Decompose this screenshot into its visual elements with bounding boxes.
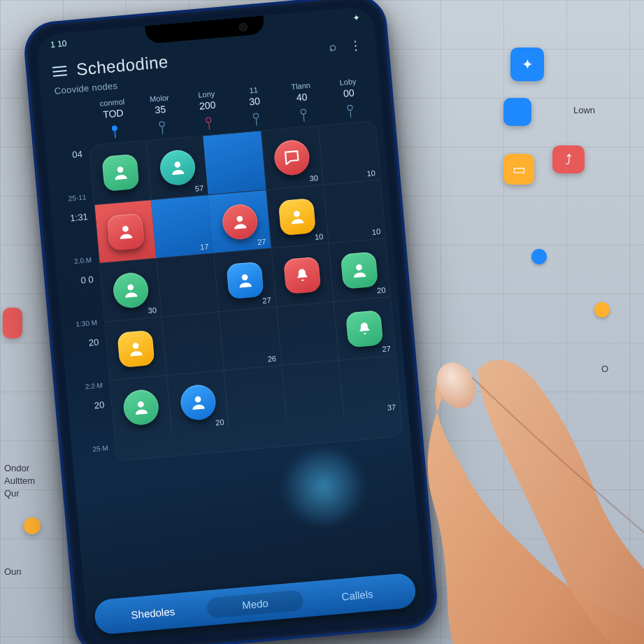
col-4[interactable]: Tlann40 — [279, 80, 324, 104]
col-3[interactable]: 1130 — [231, 84, 276, 108]
bg-dot-blue — [531, 249, 547, 264]
schedule-cell[interactable]: 10 — [323, 180, 385, 243]
person-icon[interactable] — [226, 261, 264, 299]
bg-chip-red-left — [3, 308, 22, 338]
cell-number: 27 — [382, 344, 391, 353]
cell-number: 30 — [148, 306, 157, 315]
cell-number: 20 — [215, 417, 224, 427]
paper-label-l2: Qur — [4, 488, 20, 499]
schedule-cell[interactable] — [203, 131, 266, 194]
pin-icon — [281, 106, 325, 124]
cell-number: 26 — [267, 355, 276, 364]
phone-frame: 1 10 ✦ Schedodine ⌕ ⋮ Coovide nodes conm… — [22, 0, 439, 644]
col-5[interactable]: Loby00 — [326, 76, 371, 100]
bg-chip-red: ⤴ — [552, 145, 585, 173]
person-icon[interactable] — [341, 251, 378, 289]
cell-number: 20 — [377, 286, 386, 295]
col-2[interactable]: Lony200 — [185, 88, 229, 113]
schedule-cell[interactable]: 20 — [328, 238, 390, 301]
more-vert-icon[interactable]: ⋮ — [349, 37, 363, 53]
paper-label-right: Lown — [573, 105, 595, 115]
schedule-cell[interactable]: 27 — [334, 297, 396, 360]
bell-icon[interactable] — [345, 310, 383, 348]
person-icon[interactable] — [122, 388, 159, 426]
schedule-cell[interactable]: 27 — [208, 190, 271, 253]
cell-number: 10 — [315, 232, 324, 241]
person-icon[interactable] — [117, 329, 155, 367]
hamburger-icon[interactable] — [52, 66, 67, 77]
schedule-cell[interactable]: 30 — [261, 126, 323, 189]
svg-line-7 — [256, 119, 257, 126]
touch-glow — [278, 445, 368, 529]
bg-dot-orange — [594, 302, 610, 317]
tab-schedules[interactable]: Shedoles — [103, 599, 202, 627]
pin-icon — [93, 123, 137, 141]
svg-line-11 — [350, 110, 351, 117]
pin-icon — [187, 115, 231, 132]
schedule-cell[interactable] — [224, 366, 286, 429]
schedule-cell[interactable] — [162, 312, 224, 375]
hour-label: 20 — [68, 399, 115, 447]
paper-label-right2: O — [601, 364, 608, 374]
svg-point-10 — [348, 105, 353, 110]
schedule-cell[interactable]: 30 — [100, 259, 162, 322]
schedule-cell[interactable]: 20 — [166, 371, 229, 434]
schedule-cell[interactable]: 37 — [338, 356, 401, 419]
person-icon[interactable] — [106, 213, 144, 250]
pin-icon — [329, 102, 373, 120]
schedule-cell[interactable] — [276, 302, 338, 365]
search-icon[interactable]: ⌕ — [329, 39, 338, 55]
paper-label-l0: Ondor — [4, 463, 29, 473]
bg-chip-blue-2 — [503, 98, 531, 126]
cell-number: 37 — [387, 403, 396, 412]
paper-label-l1: Aulttem — [4, 475, 35, 486]
bg-dot-orange-left — [24, 517, 41, 534]
schedule-cell[interactable] — [90, 141, 151, 205]
person-icon[interactable] — [221, 203, 259, 241]
cell-number: 10 — [371, 227, 380, 236]
person-icon[interactable] — [278, 198, 316, 236]
cell-number: 30 — [309, 173, 318, 183]
schedule-cell[interactable] — [110, 375, 171, 438]
svg-point-4 — [206, 117, 212, 123]
hour-label: 20 — [62, 336, 109, 385]
bell-icon[interactable] — [283, 256, 321, 294]
pin-icon — [140, 119, 184, 136]
phone-screen: 1 10 ✦ Schedodine ⌕ ⋮ Coovide nodes conm… — [36, 6, 426, 644]
schedule-cell[interactable]: 57 — [146, 136, 208, 199]
svg-point-2 — [159, 122, 164, 127]
person-icon[interactable] — [112, 271, 150, 309]
schedule-cell[interactable]: 17 — [151, 195, 213, 258]
col-0[interactable]: conmolTOD — [90, 96, 135, 121]
bg-chip-blue-1: ✦ — [510, 48, 544, 81]
chat-icon[interactable] — [273, 138, 311, 176]
status-time: 1 10 — [50, 38, 66, 50]
schedule-cell[interactable] — [271, 243, 333, 306]
person-icon[interactable] — [159, 149, 196, 187]
signal-icon: ✦ — [352, 13, 360, 23]
svg-line-9 — [303, 115, 304, 122]
person-icon[interactable] — [101, 154, 139, 192]
cell-number: 10 — [366, 169, 375, 178]
svg-line-5 — [209, 123, 210, 130]
schedule-cell[interactable]: 10 — [317, 121, 380, 185]
schedule-cell[interactable] — [157, 254, 219, 317]
schedule-cell[interactable]: 27 — [213, 249, 276, 312]
schedule-cell[interactable] — [105, 317, 166, 380]
tab-callels[interactable]: Callels — [308, 580, 407, 609]
schedule-cell[interactable] — [94, 200, 156, 263]
cell-number: 57 — [194, 184, 203, 193]
svg-line-3 — [162, 127, 162, 134]
cell-number: 27 — [257, 237, 266, 246]
col-1[interactable]: Molor35 — [138, 92, 183, 117]
person-icon[interactable] — [179, 383, 217, 421]
cell-number: 27 — [262, 296, 271, 305]
pin-icon — [234, 110, 278, 128]
hour-label: 0 0 — [57, 273, 103, 322]
schedule-cell[interactable]: 10 — [266, 185, 328, 248]
paper-label-l3: Oun — [4, 566, 22, 577]
schedule-cell[interactable] — [281, 361, 343, 424]
schedule-grid: 5730101727101030272026272037 — [89, 120, 403, 461]
schedule-cell[interactable]: 26 — [219, 307, 281, 370]
tab-medo[interactable]: Medo — [206, 589, 305, 618]
